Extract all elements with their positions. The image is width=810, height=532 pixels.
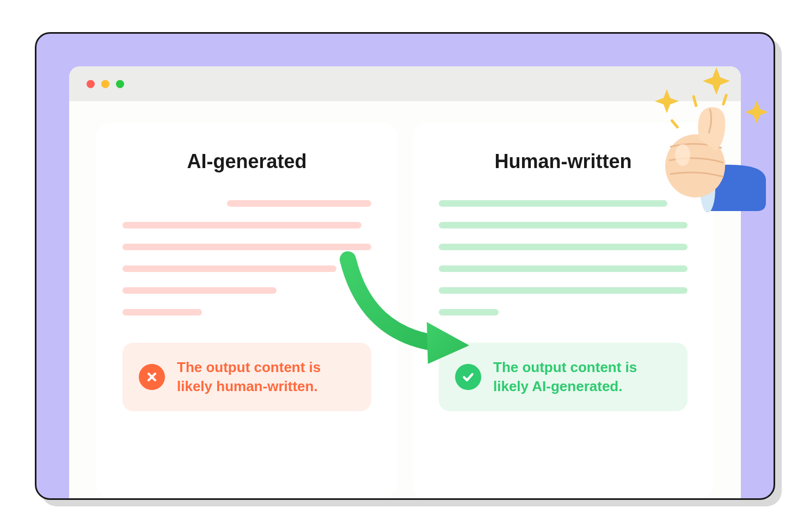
placeholder-line xyxy=(439,244,688,250)
outer-frame: AI-generated The output content is xyxy=(35,32,775,500)
text-lines-right xyxy=(439,200,688,316)
placeholder-line xyxy=(439,222,688,228)
status-text-right: The output content is likely AI-generate… xyxy=(493,358,671,396)
placeholder-line xyxy=(439,287,688,294)
maximize-icon[interactable] xyxy=(116,80,124,88)
text-lines-left xyxy=(122,200,371,316)
placeholder-line xyxy=(122,309,202,316)
cross-icon xyxy=(139,364,165,390)
placeholder-line xyxy=(439,200,667,207)
close-icon[interactable] xyxy=(87,80,95,88)
check-icon xyxy=(455,364,481,390)
placeholder-line xyxy=(227,200,371,207)
card-title-left: AI-generated xyxy=(122,150,371,173)
placeholder-line xyxy=(439,309,499,316)
status-text-left: The output content is likely human-writt… xyxy=(177,358,355,396)
placeholder-line xyxy=(439,265,688,272)
browser-title-bar xyxy=(69,66,741,101)
card-ai-generated: AI-generated The output content is xyxy=(96,123,397,498)
placeholder-line xyxy=(122,244,371,250)
card-human-written: Human-written The output content i xyxy=(413,123,714,498)
card-title-right: Human-written xyxy=(439,150,688,173)
browser-window: AI-generated The output content is xyxy=(69,66,741,498)
content-area: AI-generated The output content is xyxy=(69,101,741,498)
status-box-right: The output content is likely AI-generate… xyxy=(439,343,688,411)
status-box-left: The output content is likely human-writt… xyxy=(122,343,371,411)
placeholder-line xyxy=(122,222,361,228)
placeholder-line xyxy=(122,287,277,294)
minimize-icon[interactable] xyxy=(101,80,109,88)
placeholder-line xyxy=(122,265,336,272)
